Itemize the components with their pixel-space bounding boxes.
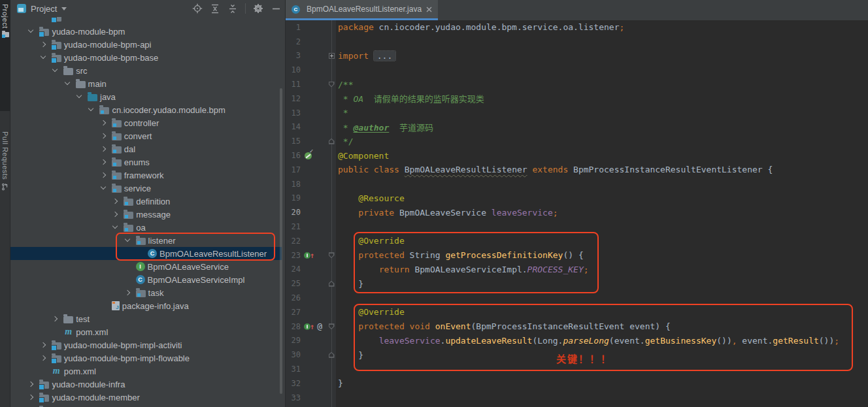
tree-row-BpmOALeaveServiceImpl[interactable]: CBpmOALeaveServiceImpl	[124, 273, 245, 286]
chevron-right-icon[interactable]	[100, 120, 107, 126]
code-line-26: 26	[286, 291, 868, 305]
overriding-method-icon[interactable]	[304, 323, 310, 330]
locate-icon[interactable]	[192, 3, 203, 14]
tree-scrollbar[interactable]	[280, 88, 282, 394]
fold-end-icon[interactable]	[329, 281, 335, 287]
tree-row-convert[interactable]: convert	[100, 129, 152, 142]
project-tool-button[interactable]: Project	[0, 0, 10, 111]
chevron-right-icon[interactable]	[52, 316, 58, 322]
tree-row-yudao-module-member[interactable]: yudao-module-member	[27, 391, 139, 404]
chevron-spacer	[124, 263, 131, 270]
chevron-right-icon[interactable]	[100, 133, 107, 139]
fold-start-icon[interactable]	[329, 252, 335, 258]
tree-row-listener[interactable]: listener	[124, 234, 176, 247]
chevron-right-icon[interactable]	[40, 41, 46, 48]
code-line-20: 20 private BpmOALeaveService leaveServic…	[286, 205, 868, 220]
chevron-down-icon[interactable]	[40, 54, 46, 61]
fold-gutter	[327, 281, 336, 287]
package-icon	[136, 290, 146, 297]
hide-icon[interactable]	[271, 3, 281, 14]
tree-row-src[interactable]: src	[52, 64, 87, 77]
editor-tab-title: BpmOALeaveResultListener.java	[307, 5, 422, 14]
chevron-down-icon[interactable]	[112, 224, 118, 231]
chevron-right-icon[interactable]	[40, 342, 46, 348]
tree-row-service[interactable]: service	[100, 182, 151, 195]
source-folder-icon	[88, 94, 97, 101]
tree-row-BpmOALeaveService[interactable]: IBpmOALeaveService	[124, 260, 229, 273]
tree-row-package-info.java[interactable]: Jpackage-info.java	[100, 299, 189, 312]
tree-row-yudao-module-bpm-base[interactable]: yudao-module-bpm-base	[40, 51, 159, 64]
tree-row-label: yudao-module-bpm	[52, 27, 125, 37]
chevron-down-icon[interactable]	[100, 185, 107, 191]
tree-row-oa[interactable]: oa	[112, 221, 145, 234]
folded-region-chip[interactable]: ...	[374, 51, 395, 61]
override-arrow-icon[interactable]: ↑	[310, 252, 314, 259]
tree-row-controller[interactable]: controller	[100, 116, 159, 129]
chevron-right-icon[interactable]	[100, 146, 107, 152]
fold-start-icon[interactable]	[329, 323, 335, 329]
tree-row-yudao-module-bpm-api[interactable]: yudao-module-bpm-api	[40, 38, 152, 51]
module-icon	[52, 342, 61, 350]
override-arrow-icon[interactable]: ↑	[310, 323, 314, 331]
spring-bean-icon[interactable]	[305, 152, 312, 159]
tree-row-framework[interactable]: framework	[100, 169, 164, 182]
tree-row-enums[interactable]: enums	[100, 155, 150, 169]
project-view-selector[interactable]: Project	[31, 4, 57, 14]
expand-all-icon[interactable]	[210, 3, 220, 14]
close-tab-icon[interactable]	[426, 6, 432, 12]
folder-icon	[63, 316, 73, 323]
chevron-right-icon[interactable]	[112, 211, 118, 218]
code-editor[interactable]: 1package cn.iocoder.yudao.module.bpm.ser…	[286, 20, 868, 407]
chevron-right-icon[interactable]	[27, 394, 34, 400]
fold-end-icon[interactable]	[329, 138, 335, 144]
fold-start-icon[interactable]	[329, 82, 335, 88]
line-number: 15	[286, 137, 301, 146]
tree-row-yudao-module-bpm-impl-activiti[interactable]: yudao-module-bpm-impl-activiti	[40, 338, 182, 351]
tree-row-main[interactable]: main	[64, 77, 107, 90]
chevron-right-icon[interactable]	[112, 198, 118, 204]
tree-row-definition[interactable]: definition	[112, 195, 170, 208]
code-text: private BpmOALeaveService leaveService;	[336, 208, 558, 218]
tree-row-cn.iocoder.yudao.module.bpm[interactable]: cn.iocoder.yudao.module.bpm	[88, 103, 225, 116]
overriding-method-icon[interactable]	[304, 252, 310, 259]
pull-requests-tool-button[interactable]: Pull Requests	[0, 127, 10, 209]
code-line-1: 1package cn.iocoder.yudao.module.bpm.ser…	[286, 20, 868, 35]
settings-icon[interactable]	[253, 3, 263, 14]
chevron-down-icon[interactable]	[124, 237, 131, 244]
collapse-all-icon[interactable]	[227, 3, 238, 14]
chevron-down-icon[interactable]	[61, 7, 67, 10]
fold-end-icon[interactable]	[329, 352, 335, 358]
tree-row-yudao-module-bpm-impl-flowable[interactable]: yudao-module-bpm-impl-flowable	[40, 351, 190, 365]
tree-row-yudao-module-infra[interactable]: yudao-module-infra	[27, 378, 125, 391]
tree-row-message[interactable]: message	[112, 208, 171, 221]
tree-row-pom.xml[interactable]: mpom.xml	[40, 365, 96, 378]
fold-expand-icon[interactable]	[329, 53, 335, 59]
code-lines: 1package cn.iocoder.yudao.module.bpm.ser…	[286, 20, 868, 405]
chevron-right-icon[interactable]	[40, 355, 46, 361]
tree-row-BpmOALeaveResultListener[interactable]: CBpmOALeaveResultListener	[136, 247, 267, 260]
chevron-right-icon[interactable]	[124, 289, 131, 296]
tree-row-java[interactable]: java	[76, 90, 116, 103]
editor-tab[interactable]: C BpmOALeaveResultListener.java	[286, 0, 438, 18]
chevron-right-icon[interactable]	[100, 172, 107, 178]
tree-row-test[interactable]: test	[52, 312, 90, 325]
chevron-right-icon[interactable]	[100, 159, 107, 165]
chevron-down-icon[interactable]	[76, 93, 82, 100]
package-icon	[112, 186, 122, 193]
code-line-12: 12 * OA 请假单的结果的监听器实现类	[286, 91, 868, 106]
chevron-down-icon[interactable]	[88, 106, 94, 113]
chevron-down-icon[interactable]	[64, 80, 71, 87]
tree-row-pom.xml[interactable]: mpom.xml	[52, 325, 108, 338]
line-number: 17	[286, 165, 301, 174]
tree-row-clipped[interactable]	[27, 404, 52, 407]
maven-icon: m	[63, 327, 73, 337]
annotation-gutter-icon[interactable]: @	[317, 322, 322, 331]
chevron-down-icon[interactable]	[27, 28, 34, 35]
tree-row-yudao-module-bpm[interactable]: yudao-module-bpm	[27, 25, 125, 38]
chevron-down-icon[interactable]	[52, 67, 58, 74]
code-text: @Override	[336, 236, 405, 246]
tree-row-task[interactable]: task	[124, 286, 164, 299]
chevron-right-icon[interactable]	[27, 381, 34, 387]
code-text: */	[336, 137, 353, 146]
tree-row-dal[interactable]: dal	[100, 142, 135, 155]
